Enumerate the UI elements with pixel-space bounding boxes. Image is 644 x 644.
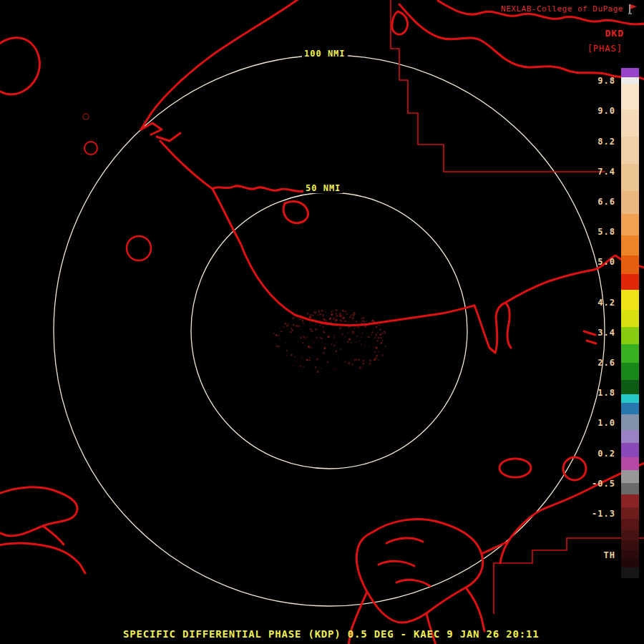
radar-echoes — [272, 309, 386, 374]
colorbar-tick-label: 9.8 — [597, 76, 615, 86]
colorbar-tick-label: 7.4 — [597, 167, 615, 177]
colorbar-segment — [621, 567, 639, 578]
colorbar-segment — [621, 494, 639, 507]
boundary-mark — [83, 114, 89, 119]
colorbar-tick-label: 4.2 — [597, 298, 615, 308]
range-label-50nmi: 50 NMI — [303, 183, 343, 193]
colorbar-segment — [621, 327, 639, 344]
colorbar-segment — [621, 68, 639, 77]
lake-inner-line — [396, 580, 430, 586]
colorbar-tick-label: -0.5 — [592, 479, 615, 489]
colorbar-segment — [621, 164, 639, 191]
status-bar: SPECIFIC DIFFERENTIAL PHASE (KDP) 0.5 DE… — [123, 628, 539, 640]
map-outlines — [0, 0, 644, 644]
colorbar-segment — [621, 550, 639, 559]
colorbar-tick-label: 5.8 — [597, 227, 615, 237]
colorbar-tick-label: -1.3 — [592, 509, 615, 519]
colorbar-tick-label: 1.8 — [597, 388, 615, 398]
colorbar-segment — [621, 507, 639, 519]
range-ring-50nmi — [191, 192, 467, 469]
coastline-path — [0, 487, 77, 536]
colorbar-segment — [621, 414, 639, 430]
colorbar-tick-label: 2.6 — [597, 358, 615, 368]
radar-display: 100 NMI 50 NMI NEXLAB-College of DuPage … — [0, 0, 644, 644]
colorbar-segment — [621, 380, 639, 394]
colorbar-segment — [621, 559, 639, 567]
colorbar-tick-label: 9.0 — [597, 106, 615, 116]
colorbar-segment — [621, 403, 639, 414]
lake-inner-line — [379, 561, 414, 566]
colorbar-segment — [621, 470, 639, 483]
coastline-path — [43, 526, 64, 545]
coastline-path — [283, 201, 308, 223]
colorbar-segment — [621, 430, 639, 443]
coastline-path — [474, 303, 511, 353]
river-path — [466, 587, 484, 631]
header: NEXLAB-College of DuPage — [501, 4, 638, 14]
lake-outline — [127, 236, 151, 260]
shoreline-mark — [584, 331, 596, 343]
colorbar-segment — [621, 77, 639, 84]
coastline-path — [0, 543, 85, 573]
colorbar-tick-label: 3.4 — [597, 328, 615, 338]
colorbar-segment — [621, 235, 639, 255]
coastline-path — [213, 189, 474, 326]
colorbar-tick-label: TH — [604, 550, 615, 560]
boundary-path — [391, 0, 605, 172]
boundary-lines — [83, 0, 644, 614]
colorbar-segment — [621, 255, 639, 274]
colorbar-tick-label: 8.2 — [597, 137, 615, 147]
colorbar-segment — [621, 540, 639, 550]
river-path — [399, 4, 644, 79]
range-label-100nmi: 100 NMI — [302, 49, 348, 59]
colorbar — [621, 68, 639, 578]
colorbar-tick-label: 0.2 — [597, 449, 615, 459]
colorbar-segment — [621, 363, 639, 380]
coastline-path — [141, 123, 180, 141]
colorbar-segment — [621, 137, 639, 164]
colorbar-segment — [621, 191, 639, 214]
colorbar-segment — [621, 457, 639, 470]
lake-outline — [563, 457, 586, 480]
colorbar-segment — [621, 483, 639, 494]
product-units: [PHAS] — [587, 44, 623, 54]
colorbar-segment — [621, 109, 639, 137]
brand-text: NEXLAB-College of DuPage — [501, 4, 623, 14]
colorbar-segment — [621, 84, 639, 109]
colorbar-segment — [621, 530, 639, 540]
radar-map-canvas — [0, 0, 644, 644]
lake-outline — [84, 142, 97, 155]
colorbar-tick-label: 1.0 — [597, 418, 615, 428]
colorbar-segment — [621, 310, 639, 327]
coastline-path — [0, 38, 39, 94]
colorbar-segment — [621, 214, 639, 235]
colorbar-segment — [621, 443, 639, 457]
lake-outline — [392, 11, 408, 34]
nexlab-flag-icon — [628, 4, 638, 14]
colorbar-segment — [621, 344, 639, 363]
colorbar-tick-label: 5.0 — [597, 257, 615, 267]
colorbar-segment — [621, 290, 639, 310]
colorbar-segment — [621, 274, 639, 290]
lake-outline — [499, 459, 531, 477]
lake-inner-line — [386, 538, 423, 543]
coastline-path — [160, 141, 303, 192]
product-code: DKD — [605, 28, 624, 39]
colorbar-segment — [621, 519, 639, 530]
colorbar-segment — [621, 394, 639, 403]
colorbar-tick-label: 6.6 — [597, 197, 615, 207]
